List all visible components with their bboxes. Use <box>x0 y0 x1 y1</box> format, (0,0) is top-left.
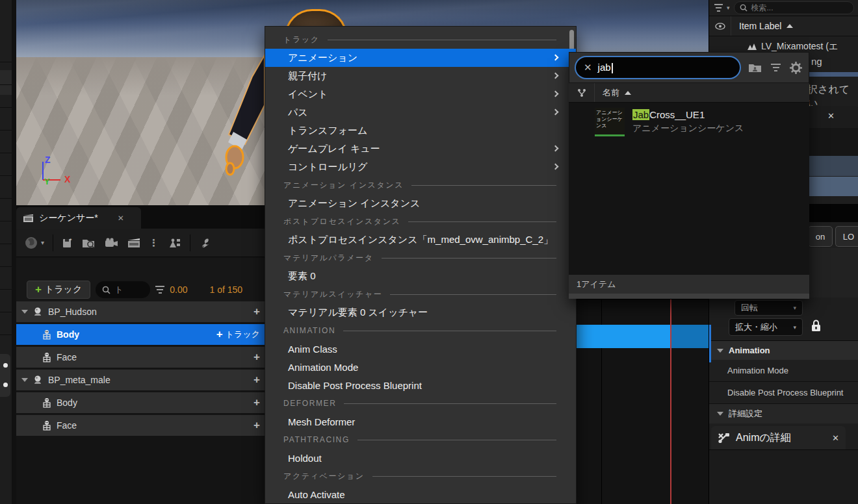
add-section-button[interactable]: + <box>254 301 260 322</box>
sort-ascending-icon <box>786 24 793 28</box>
add-section-button[interactable]: + <box>254 370 260 390</box>
tab-close-icon[interactable]: ✕ <box>827 111 835 121</box>
track-search-input[interactable]: ト <box>96 281 150 298</box>
clear-search-icon[interactable]: ✕ <box>584 62 592 73</box>
camera-icon[interactable] <box>105 238 119 248</box>
section-divider <box>408 221 556 222</box>
track-filter-icon[interactable] <box>155 286 164 294</box>
current-time[interactable]: 0.00 <box>170 284 187 295</box>
submenu-arrow-icon <box>552 109 559 116</box>
world-picker-button[interactable]: ▾ <box>24 236 44 250</box>
expander-icon[interactable] <box>21 310 28 314</box>
visibility-column[interactable] <box>709 16 731 36</box>
menu-item-label: イベント <box>288 88 328 101</box>
gear-icon[interactable] <box>790 62 802 74</box>
menu-item[interactable]: 要素 0 <box>265 267 576 285</box>
menu-item-label: アニメーション <box>288 52 358 64</box>
add-section-button[interactable]: + <box>254 347 260 368</box>
menu-item[interactable]: Anim Class <box>265 340 576 358</box>
menu-item[interactable]: マテリアル要素 0 スイッチャー <box>265 303 576 321</box>
menu-item[interactable]: アニメーション <box>265 49 576 67</box>
render-movie-icon[interactable] <box>127 238 140 248</box>
name-column-label[interactable]: 名前 <box>603 87 619 99</box>
timeline-section-bar-shaded[interactable] <box>671 325 708 348</box>
lock-icon[interactable] <box>811 320 821 332</box>
row-disable-pp[interactable]: Disable Post Process Blueprint <box>709 382 858 404</box>
menu-item[interactable]: アニメーション インスタンス <box>265 194 576 212</box>
outliner-filter-icon[interactable] <box>714 4 723 12</box>
menu-item[interactable]: Mesh Deformer <box>265 412 576 431</box>
section-divider <box>344 403 556 404</box>
left-strip-tab[interactable] <box>0 354 10 397</box>
playhead[interactable] <box>670 299 671 504</box>
track-row-body[interactable]: Body+ <box>16 392 268 413</box>
outliner-column-header[interactable]: Item Label <box>709 16 858 36</box>
clapperboard-icon <box>23 214 34 223</box>
details-row-fragment <box>808 156 858 176</box>
frame-counter: 1 of 150 <box>210 284 243 295</box>
menu-section-header: アクティベーション <box>265 467 576 485</box>
menu-item[interactable]: Holdout <box>265 449 576 467</box>
tab-sequencer[interactable]: シーケンサー* ✕ <box>16 207 141 229</box>
expander-icon[interactable] <box>21 378 28 382</box>
result-jabcross[interactable]: アニメーションシーケンス JabCross__UE1 アニメーションシーケンス <box>569 105 809 139</box>
menu-item[interactable]: Animation Mode <box>265 358 576 376</box>
browse-assets-icon[interactable] <box>748 62 762 73</box>
tab-anim-details[interactable]: Animの詳細 ✕ <box>711 426 846 449</box>
track-label: BP_meta_male <box>48 375 110 385</box>
save-icon[interactable]: * <box>62 237 73 249</box>
menu-item[interactable]: トランスフォーム <box>265 121 576 140</box>
menu-item[interactable]: パス <box>265 103 576 121</box>
menu-item[interactable]: イベント <box>265 85 576 103</box>
strip-divider <box>0 244 12 244</box>
plus-icon: + <box>35 283 42 296</box>
section-divider <box>372 476 556 477</box>
add-section-button[interactable]: + <box>254 392 260 413</box>
menu-item-label: Animation Mode <box>288 362 358 373</box>
tab-close-icon[interactable]: ✕ <box>118 214 124 223</box>
button-fragment-on[interactable]: on <box>808 226 833 247</box>
menu-item-label: 要素 0 <box>288 270 316 283</box>
add-track-button[interactable]: + トラック <box>27 281 90 299</box>
details-input-fragment[interactable] <box>808 204 858 222</box>
item-label-column[interactable]: Item Label <box>739 21 781 31</box>
left-strip-highlight[interactable] <box>0 70 12 95</box>
track-row-bp_hudson[interactable]: BP_Hudson+ <box>16 301 268 322</box>
track-label: Face <box>57 420 77 431</box>
results-header[interactable]: 名前 <box>569 83 809 103</box>
menu-item[interactable]: ゲームプレイ キュー <box>265 140 576 158</box>
scale-dropdown-label: 拡大・縮小 <box>735 321 777 333</box>
settings-wrench-icon[interactable] <box>199 236 212 249</box>
section-advanced[interactable]: 詳細設定 <box>709 404 858 423</box>
menu-item-label: Disable Post Process Blueprint <box>288 380 422 391</box>
asset-search-input[interactable]: ✕ jab <box>576 57 740 78</box>
add-section-button[interactable]: +トラック <box>216 324 260 345</box>
track-row-bp_meta_male[interactable]: BP_meta_male+ <box>16 370 268 390</box>
menu-item[interactable]: ポストプロセスインスタンス「m_med_ovw_animbp_C_2」 <box>265 231 576 249</box>
menu-item[interactable]: コントロールリグ <box>265 158 576 176</box>
filter-icon[interactable] <box>771 64 781 71</box>
outliner-search-input[interactable]: 検索... <box>734 1 854 14</box>
text-caret <box>612 63 613 73</box>
menu-item[interactable]: Auto Activate <box>265 485 576 503</box>
more-options-icon[interactable]: ⋮ <box>149 237 159 249</box>
actor-sequence-icon[interactable] <box>167 237 181 249</box>
menu-item-label: パス <box>288 107 308 119</box>
menu-item[interactable]: 親子付け <box>265 67 576 85</box>
add-section-button[interactable]: + <box>254 415 260 436</box>
hidden-tab[interactable]: ✕ <box>807 106 858 128</box>
button-fragment-lod[interactable]: LO <box>835 226 858 247</box>
track-row-body[interactable]: Body+トラック <box>16 324 268 345</box>
track-label: Body <box>57 329 79 340</box>
browse-folder-icon[interactable] <box>82 237 96 249</box>
row-animation-mode[interactable]: Animation Mode <box>709 360 858 382</box>
section-animation[interactable]: Animation <box>709 340 858 360</box>
track-row-face[interactable]: Face+ <box>16 347 268 368</box>
track-row-face[interactable]: Face+ <box>16 415 268 436</box>
scale-dropdown[interactable]: 拡大・縮小 ▾ <box>729 318 803 336</box>
rotation-dropdown[interactable]: 回転 ▾ <box>734 300 803 316</box>
menu-item[interactable]: Disable Post Process Blueprint <box>265 376 576 394</box>
timeline-section-bar[interactable] <box>577 325 671 348</box>
track-context-menu: トラックアニメーション親子付けイベントパストランスフォームゲームプレイ キューコ… <box>265 26 577 504</box>
tab-close-icon[interactable]: ✕ <box>832 433 839 443</box>
